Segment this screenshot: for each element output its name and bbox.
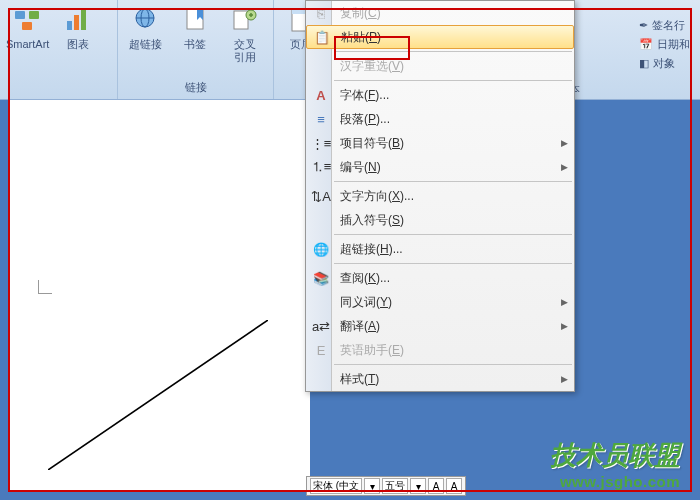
shrink-font-icon[interactable]: A	[446, 478, 462, 494]
bookmark-icon	[179, 4, 211, 36]
font-icon: A	[310, 88, 332, 103]
chart-button[interactable]: 图表	[57, 4, 99, 51]
dropdown-icon[interactable]: ▾	[364, 478, 380, 494]
menu-copy: ⎘ 复制(C)	[306, 1, 574, 25]
globe-icon: 🌐	[310, 242, 332, 257]
crossref-label: 交叉 引用	[234, 38, 256, 64]
submenu-arrow-icon: ▶	[561, 374, 568, 384]
svg-rect-3	[67, 21, 72, 30]
menu-separator	[334, 364, 572, 365]
drawn-line	[48, 320, 268, 470]
chart-label: 图表	[67, 38, 89, 51]
context-menu: ⎘ 复制(C) 📋 粘贴(P) 汉字重选(V) A 字体(F)... ≡ 段落(…	[305, 0, 575, 392]
links-group-label: 链接	[124, 80, 267, 95]
menu-paste[interactable]: 📋 粘贴(P)	[306, 25, 574, 49]
dropdown-icon[interactable]: ▾	[410, 478, 426, 494]
menu-separator	[334, 80, 572, 81]
translate-icon: a⇄	[310, 319, 332, 334]
menu-numbering[interactable]: ⒈≡ 编号(N) ▶	[306, 155, 574, 179]
globe-link-icon	[129, 4, 161, 36]
menu-separator	[334, 234, 572, 235]
margin-corner-mark	[38, 280, 52, 294]
object-button[interactable]: ◧对象	[639, 56, 690, 71]
menu-separator	[334, 181, 572, 182]
svg-rect-2	[22, 22, 32, 30]
menu-separator	[334, 51, 572, 52]
grow-font-icon[interactable]: A	[428, 478, 444, 494]
font-size-box[interactable]: 五号	[382, 478, 408, 494]
hyperlink-button[interactable]: 超链接	[124, 4, 166, 51]
textdir-icon: ⇅A	[310, 189, 332, 204]
bullets-icon: ⋮≡	[310, 136, 332, 151]
watermark: 技术员联盟 www.jsgho.com	[550, 438, 680, 490]
object-icon: ◧	[639, 57, 649, 70]
mini-toolbar[interactable]: 宋体 (中文▾ 五号▾ A A	[306, 476, 466, 496]
bookmark-label: 书签	[184, 38, 206, 51]
watermark-url: www.jsgho.com	[550, 473, 680, 490]
crossref-button[interactable]: 交叉 引用	[224, 4, 266, 64]
bookmark-button[interactable]: 书签	[174, 4, 216, 51]
calendar-icon: 📅	[639, 38, 653, 51]
menu-paragraph[interactable]: ≡ 段落(P)...	[306, 107, 574, 131]
menu-synonyms[interactable]: 同义词(Y) ▶	[306, 290, 574, 314]
numbering-icon: ⒈≡	[310, 158, 332, 176]
svg-rect-4	[74, 15, 79, 30]
menu-translate[interactable]: a⇄ 翻译(A) ▶	[306, 314, 574, 338]
menu-styles[interactable]: 样式(T) ▶	[306, 367, 574, 391]
smartart-button[interactable]: SmartArt	[6, 4, 49, 51]
submenu-arrow-icon: ▶	[561, 321, 568, 331]
menu-lookup[interactable]: 📚 查阅(K)...	[306, 266, 574, 290]
signature-button[interactable]: ✒签名行	[639, 18, 690, 33]
watermark-title: 技术员联盟	[550, 438, 680, 473]
copy-icon: ⎘	[310, 6, 332, 21]
svg-line-14	[48, 320, 268, 470]
datetime-button[interactable]: 📅日期和	[639, 37, 690, 52]
svg-rect-1	[29, 11, 39, 19]
menu-symbol[interactable]: 插入符号(S)	[306, 208, 574, 232]
menu-english-assist: E 英语助手(E)	[306, 338, 574, 362]
smartart-label: SmartArt	[6, 38, 49, 51]
english-icon: E	[310, 343, 332, 358]
svg-rect-0	[15, 11, 25, 19]
menu-font[interactable]: A 字体(F)...	[306, 83, 574, 107]
svg-rect-5	[81, 10, 86, 30]
paste-icon: 📋	[311, 30, 333, 45]
hyperlink-label: 超链接	[129, 38, 162, 51]
menu-hyperlink[interactable]: 🌐 超链接(H)...	[306, 237, 574, 261]
submenu-arrow-icon: ▶	[561, 162, 568, 172]
smartart-icon	[12, 4, 44, 36]
menu-bullets[interactable]: ⋮≡ 项目符号(B) ▶	[306, 131, 574, 155]
crossref-icon	[229, 4, 261, 36]
menu-textdir[interactable]: ⇅A 文字方向(X)...	[306, 184, 574, 208]
submenu-arrow-icon: ▶	[561, 297, 568, 307]
document-page[interactable]	[10, 100, 310, 490]
lookup-icon: 📚	[310, 271, 332, 286]
font-name-box[interactable]: 宋体 (中文	[310, 478, 362, 494]
menu-separator	[334, 263, 572, 264]
paragraph-icon: ≡	[310, 112, 332, 127]
pen-icon: ✒	[639, 19, 648, 32]
submenu-arrow-icon: ▶	[561, 138, 568, 148]
menu-hanzi: 汉字重选(V)	[306, 54, 574, 78]
ribbon-right-panel: ✒签名行 📅日期和 ◧对象	[639, 18, 690, 75]
chart-icon	[62, 4, 94, 36]
